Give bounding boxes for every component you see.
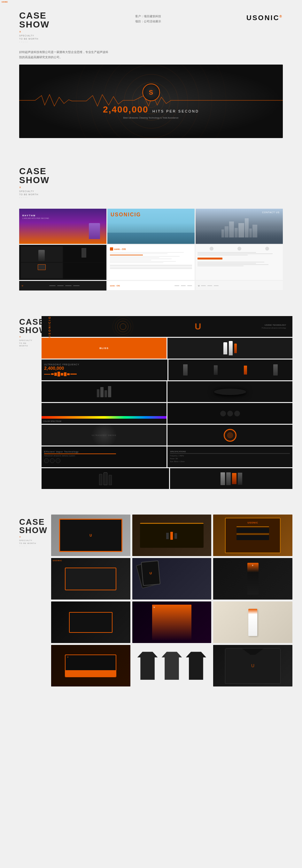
screenshot-product-grid <box>19 245 107 280</box>
poster-shape: U <box>152 604 192 640</box>
photo-box-orange: U <box>51 645 130 686</box>
page-content-lines <box>110 252 192 269</box>
hero-banner: S 2,400,000 HITS PER SECOND Best Ultraso… <box>19 65 283 138</box>
nav-bar-2: sonic · CIG <box>108 281 194 290</box>
specialty-text-3: SPECIALTYTO BE WORTH· · · · · <box>19 339 34 350</box>
rollup-banner-shape: U <box>247 563 259 595</box>
screenshot-building-title: USONICIG <box>111 212 141 218</box>
screenshot-building: USONICIG <box>108 209 194 244</box>
photo-booth: U <box>51 515 130 556</box>
slide-orange-title: BLISS <box>99 347 109 350</box>
screenshot-contact-page <box>195 245 283 280</box>
section4-logo-area: CASE SHOW × SPECIALTYTO BE WORTH· · · · … <box>19 515 51 686</box>
section-web-screenshots: CASE SHOW × SPECIALTYTO BE WORTH· · · · … <box>0 152 302 300</box>
show-label-3: SHOW <box>19 326 34 334</box>
slide-oval-product <box>168 381 293 402</box>
hits-subtitle: Best Ultrasonic Cleaning Technology & To… <box>103 116 199 120</box>
slide-stats-content: ULTRASONIC FREQUENCY 2,400,000 <box>44 363 80 376</box>
section-presentation: CASE SHOW × SPECIALTYTO BE WORTH· · · · … <box>0 300 302 499</box>
photo-product-box-1: USONIC <box>51 601 130 643</box>
header-meta: 客户：项目建筑科技 项目：公司活动展示 <box>135 14 161 24</box>
sonic-cig-text: sonic - CIG <box>114 248 126 250</box>
usonic-brand: USONIC® <box>246 14 283 22</box>
client-label: 客户：项目建筑科技 <box>135 14 161 19</box>
hits-number: 2,400,000 <box>103 104 149 115</box>
slide-product-set <box>170 468 293 489</box>
cabinet-shape: USONIC <box>225 518 280 553</box>
small-rollup-shape <box>248 609 257 636</box>
section2-header: CASE SHOW × SPECIALTYTO BE WORTH· · · · … <box>0 162 302 204</box>
slide-products-lineup <box>41 381 167 402</box>
slide-row-2: BLISS <box>41 338 293 359</box>
product-cell-2 <box>63 246 105 262</box>
section3-layout: CASE SHOW × SPECIALTYTO BE WORTH· · · · … <box>0 313 302 489</box>
slide-row-6: ULTRASONIC SMOKE <box>41 425 293 445</box>
section3-label: CASE SHOW × SPECIALTYTO BE WORTH· · · · … <box>19 318 34 350</box>
box-orange-shape: U <box>65 654 116 678</box>
x-mark-4: × <box>19 535 51 538</box>
specialty-text: SPECIALTYTO BE WORTH· · · · · <box>19 34 50 43</box>
hero-center-logo: S <box>142 84 160 101</box>
tshirt-black <box>138 652 158 680</box>
specialty-text-4: SPECIALTYTO BE WORTH· · · · · <box>19 539 51 547</box>
photo-battery-box: USONIC <box>51 558 130 599</box>
section4-label: CASE SHOW × SPECIALTYTO BE WORTH· · · · … <box>19 518 51 547</box>
product-cell-1 <box>21 246 63 262</box>
hero-s-letter: S <box>149 89 153 96</box>
contact-icons-row <box>198 247 281 251</box>
show-label-4: SHOW <box>19 526 51 534</box>
tablet-stack: U <box>132 558 212 599</box>
slide-stats: ULTRASONIC FREQUENCY 2,400,000 <box>41 360 168 380</box>
section-product-photos: CASE SHOW × SPECIALTYTO BE WORTH· · · · … <box>0 499 302 706</box>
slide-accessories <box>168 403 293 424</box>
case-show-logo-2: CASE SHOW × SPECIALTYTO BE WORTH· · · · … <box>19 167 50 199</box>
booth-shape: U <box>59 519 122 552</box>
nav-bar-3: U <box>195 281 283 290</box>
case-label-2: CASE <box>19 167 50 176</box>
header-area: CASE SHOW × SPECIALTYTO BE WORTH· · · · … <box>0 6 302 48</box>
tshirt-dark <box>186 652 207 680</box>
slide-info-text: USONIC TECHNOLOGY Professional ultrasoni… <box>262 324 286 329</box>
screenshot-perfume: RHYTHM 2,400,000 HITS PER SECOND <box>19 209 107 244</box>
contact-content-lines <box>198 252 281 266</box>
photo-display-cabinet: USONIC <box>213 515 293 556</box>
slide-product-showcase <box>168 338 293 359</box>
photo-desk <box>132 515 212 556</box>
slide-row-8 <box>41 468 293 489</box>
photo-jacket: U <box>213 645 293 686</box>
specialty-text-2: SPECIALTYTO BE WORTH· · · · · <box>19 190 50 199</box>
case-label-3: CASE <box>19 318 34 326</box>
screenshot-perfume-title: RHYTHM <box>22 214 36 217</box>
slide-row-4 <box>41 381 293 402</box>
x-mark: × <box>19 30 50 34</box>
slide-gradient-bar: COLOR SPECTRUM <box>41 403 167 424</box>
company-description: 好特超声波科技有限公司是一家拥有大型企业思维，专业生产超声波科技的高温超高频研究… <box>0 50 128 60</box>
slide-row-3: ULTRASONIC FREQUENCY 2,400,000 <box>41 360 293 380</box>
x-mark-2: × <box>19 186 50 189</box>
screenshot-perfume-sub: 2,400,000 HITS PER SECOND <box>22 217 49 219</box>
slide-bottle-lineup <box>41 468 169 489</box>
screenshot-city: CONTACT US <box>195 209 283 244</box>
screenshots-bottom-row: sonic - CIG <box>19 245 283 280</box>
section-hero: CASE SHOW × SPECIALTYTO BE WORTH· · · · … <box>0 0 302 152</box>
photo-small-rollup <box>213 601 293 643</box>
slide-title: USONICIG U USONIC TECHNOLOGY Professiona… <box>41 316 293 337</box>
screenshots-nav-row: U sonic · CIG U <box>19 281 283 290</box>
slide-features: Efficient Vapor Technology Advanced ultr… <box>41 446 167 467</box>
photos-grid: U USONIC <box>51 515 293 686</box>
screenshot-city-label: CONTACT US <box>262 211 280 214</box>
slide-brand-vertical: USONICIG <box>48 316 51 338</box>
hero-stats: 2,400,000 HITS PER SECOND Best Ultrasoni… <box>103 104 199 120</box>
product-cell-4 <box>63 263 105 278</box>
screenshot-sonic-cig: sonic - CIG <box>108 245 194 280</box>
slide-product-icons <box>169 360 293 380</box>
photo-rollup-banner: U <box>213 558 293 599</box>
photo-poster: U <box>132 601 212 643</box>
case-show-logo: CASE SHOW × SPECIALTYTO BE WORTH· · · · … <box>19 11 50 43</box>
x-mark-3: × <box>19 335 34 338</box>
slide-row-5: COLOR SPECTRUM <box>41 403 293 424</box>
section4-layout: CASE SHOW × SPECIALTYTO BE WORTH· · · · … <box>0 512 302 696</box>
slide-smoke: ULTRASONIC SMOKE <box>41 425 167 445</box>
photos-container: U USONIC <box>51 515 293 686</box>
jacket-shape: U <box>225 648 280 684</box>
